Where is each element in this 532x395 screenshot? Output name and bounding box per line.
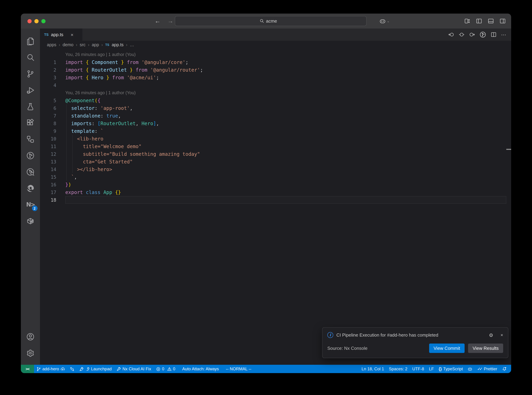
nx-console-icon[interactable]: N> 2 [23, 197, 38, 212]
containers-icon[interactable] [23, 213, 38, 228]
formatter-item[interactable]: ✓✓ Prettier [475, 365, 500, 373]
explorer-icon[interactable] [23, 33, 38, 49]
search-icon[interactable] [23, 50, 38, 65]
breadcrumb-item[interactable]: src [80, 42, 86, 47]
close-icon[interactable]: × [500, 332, 503, 338]
testing-icon[interactable] [23, 99, 38, 114]
line-number: 2 [40, 66, 56, 74]
settings-gear-icon[interactable] [23, 345, 38, 361]
auto-attach-item[interactable]: Auto Attach: Always [180, 365, 221, 373]
line-number: 13 [40, 158, 56, 165]
line-number: 17 [40, 188, 56, 196]
code-row: 12 subtitle="Build something amazing tod… [40, 150, 511, 158]
wrench-icon [117, 367, 121, 371]
nx-cloud-ai-fix-item[interactable]: Nx Cloud AI Fix [114, 365, 154, 373]
copilot-icon [379, 18, 386, 24]
notifications-bell-item[interactable] [500, 365, 509, 373]
close-window-button[interactable] [27, 19, 32, 23]
gear-icon[interactable]: ⚙ [489, 332, 493, 338]
copilot-menu[interactable]: ⌄ [379, 18, 390, 24]
close-tab-icon[interactable]: × [70, 32, 73, 37]
code-row: 10 <lib-hero [40, 135, 511, 143]
customize-layout-icon[interactable] [464, 18, 470, 24]
nav-forward-circle-icon[interactable] [469, 32, 475, 38]
warning-triangle-icon [167, 367, 172, 371]
search-input[interactable]: acme [266, 18, 282, 24]
activity-bar: N> 2 [21, 28, 40, 365]
code-row: 7 standalone: true, [40, 112, 511, 120]
breadcrumb-item[interactable]: app [92, 42, 99, 47]
git-compare-icon [70, 367, 74, 371]
source-control-icon[interactable] [23, 66, 38, 81]
copilot-status-item[interactable] [465, 365, 475, 373]
cloud-upload-icon [60, 367, 65, 371]
minimize-window-button[interactable] [34, 19, 38, 23]
vim-mode-item[interactable]: -- NORMAL -- [223, 365, 254, 373]
toggle-secondary-sidebar-icon[interactable] [500, 18, 505, 24]
eol-item[interactable]: LF [427, 365, 436, 373]
git-branch-item[interactable]: add-hero [34, 365, 67, 373]
copilot-icon [468, 367, 472, 371]
line-number: 3 [40, 74, 56, 81]
indentation-item[interactable]: Spaces: 2 [387, 365, 410, 373]
breadcrumb-overflow[interactable]: … [130, 42, 134, 47]
zoom-window-button[interactable] [41, 19, 46, 23]
plug-icon [85, 367, 90, 371]
breadcrumb: apps › demo › src › app › TS app.ts › … [40, 41, 511, 49]
notification-title: CI Pipeline Execution for #add-hero has … [336, 332, 486, 338]
notification-toast: i CI Pipeline Execution for #add-hero ha… [322, 327, 508, 358]
tab-app-ts[interactable]: TS app.ts × [40, 28, 82, 41]
chevron-down-icon: ⌄ [387, 19, 390, 23]
more-actions-icon[interactable]: ⋯ [501, 32, 506, 38]
chevron-right-icon: › [76, 42, 77, 47]
code-row: 17export class App {} [40, 188, 511, 196]
edge-tools-icon[interactable] [23, 181, 38, 196]
toggle-primary-sidebar-icon[interactable] [476, 18, 482, 24]
breadcrumb-item[interactable]: demo [63, 42, 74, 47]
back-arrow-icon[interactable]: ← [155, 17, 161, 25]
forward-arrow-icon[interactable]: → [167, 17, 173, 25]
cursor-position-item[interactable]: Ln 18, Col 1 [359, 365, 387, 373]
line-number: 10 [40, 135, 56, 143]
split-editor-icon[interactable] [491, 32, 497, 38]
line-number: 5 [40, 97, 56, 104]
double-check-icon: ✓✓ [477, 367, 481, 371]
breadcrumb-item[interactable]: apps [47, 42, 56, 47]
git-compare-item[interactable] [67, 365, 77, 373]
line-number: 4 [40, 81, 56, 89]
encoding-item[interactable]: UTF-8 [410, 365, 427, 373]
blame-row: You, 26 minutes ago | 1 author (You) [40, 89, 511, 97]
chevron-right-icon: › [88, 42, 89, 47]
launchpad-item[interactable]: Launchpad [77, 365, 114, 373]
titlebar: ← → acme ⌄ [21, 14, 511, 28]
breadcrumb-file[interactable]: app.ts [112, 42, 124, 47]
language-item[interactable]: {} TypeScript [436, 365, 465, 373]
problems-item[interactable]: 0 0 [154, 365, 178, 373]
remote-indicator[interactable]: >< [21, 365, 34, 373]
code-editor[interactable]: You, 26 minutes ago | 1 author (You)1imp… [40, 49, 511, 365]
code-row: 8 imports: [RouterOutlet, Hero], [40, 120, 511, 127]
commit-graph-circle-icon[interactable] [479, 31, 486, 38]
editor-column: TS app.ts × [40, 28, 511, 365]
toggle-panel-icon[interactable] [488, 18, 494, 24]
vscode-window: ← → acme ⌄ [21, 14, 511, 373]
nx-badge: 2 [32, 205, 37, 211]
command-center-search[interactable]: acme [175, 16, 367, 26]
braces-icon: {} [439, 367, 442, 371]
line-number: 6 [40, 104, 56, 112]
view-commit-button[interactable]: View Commit [429, 344, 465, 353]
project-structure-icon[interactable] [23, 132, 38, 147]
extensions-icon[interactable] [23, 115, 38, 130]
chevron-right-icon: › [59, 42, 60, 47]
run-debug-icon[interactable] [23, 82, 38, 98]
accounts-icon[interactable] [23, 329, 38, 344]
nav-back-circle-icon[interactable] [448, 32, 454, 38]
editor-actions: ⋯ [448, 28, 506, 41]
nav-position-circle-icon[interactable] [459, 32, 465, 38]
view-results-button[interactable]: View Results [468, 344, 503, 353]
commit-graph-icon[interactable] [23, 148, 38, 163]
notification-source: Source: Nx Console [327, 346, 429, 351]
chevron-right-icon: › [126, 42, 127, 47]
commit-search-icon[interactable] [23, 164, 38, 179]
line-number [40, 51, 56, 58]
